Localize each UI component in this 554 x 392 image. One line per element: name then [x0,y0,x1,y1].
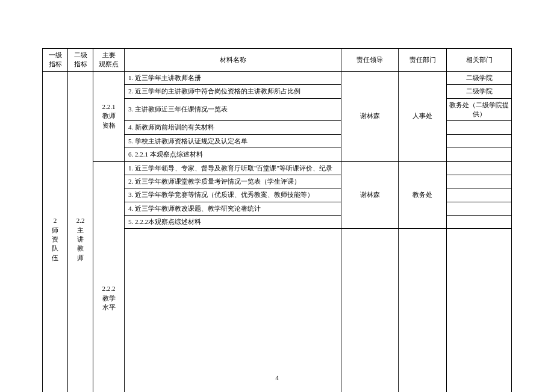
material2-5: 5. 2.2.2本观察点综述材料 [128,218,201,225]
material1-2: 2. 近三学年的主讲教师中符合岗位资格的主讲教师所占比例 [128,87,300,95]
evaluation-table: 一级指标 二级指标 主要观察点 材料名称 责任领导 责任部门 相关部门 2 师 … [42,48,512,392]
material2-3: 3. 近三学年教学竞赛等情况（优质课、优秀教案、教师技能等） [128,191,314,198]
level1-cell: 2 师 资 队伍 [43,71,68,392]
obs2-code: 2.2.2 [102,285,116,292]
header-related: 相关部门 [447,49,512,72]
header-level1-text: 一级指标 [49,51,62,67]
header-department-text: 责任部门 [409,56,436,63]
related-empty [447,188,512,202]
header-level2-text: 二级指标 [74,51,87,67]
material-cell: 1. 近三学年领导、专家、督导及教育厅听取"百堂课"等听课评价、纪录 [125,161,341,175]
dept2-text: 教务处 [412,191,432,198]
level1-label1: 师 资 [52,226,58,243]
material-cell: 3. 近三学年教学竞赛等情况（优质课、优秀教案、教师技能等） [125,188,341,202]
material1-5: 5. 学校主讲教师资格认证规定及认定名单 [128,137,247,145]
related3-text: 教务处（二级学院提供） [449,101,509,117]
leader2-text: 谢林森 [360,191,380,198]
dept1-cell: 人事处 [399,71,447,161]
header-observation-text: 主要观察点 [99,51,119,67]
level2-code: 2.2 [76,217,85,224]
material-cell: 2. 近三学年教师课堂教学质量考评情况一览表（学生评课） [125,175,341,188]
material-cell: 5. 学校主讲教师资格认证规定及认定名单 [125,134,341,148]
table-row: 2 师 资 队伍 2.2 主 讲 教师 2.2.1 教师 资格 1. 近三学年主… [43,71,512,84]
related-empty [447,175,512,188]
header-material: 材料名称 [125,49,341,72]
leader1-text: 谢林森 [360,112,380,119]
obs1-label2: 资格 [102,122,116,129]
level1-label2: 队伍 [52,244,58,261]
related-empty [447,121,512,134]
level2-label2: 教师 [77,244,84,261]
header-department: 责任部门 [399,49,447,72]
related2-text: 二级学院 [466,87,493,95]
related-empty [447,202,512,215]
related-empty [447,148,512,161]
obs1-cell: 2.2.1 教师 资格 [93,71,125,161]
related-empty [447,216,512,229]
material-cell: 5. 2.2.2本观察点综述材料 [125,216,341,229]
obs2-label1: 教学 [102,294,116,302]
related2-cell: 二级学院 [447,85,512,98]
header-leader-text: 责任领导 [356,56,383,63]
material1-4: 4. 新教师岗前培训的有关材料 [128,123,214,131]
obs2-cell: 2.2.2 教学 水平 [93,161,125,392]
related-empty [447,161,512,175]
header-level2: 二级指标 [68,49,93,72]
material-cell: 1. 近三学年主讲教师名册 [125,71,341,84]
material-cell: 6. 2.2.1 本观察点综述材料 [125,148,341,161]
page-number-text: 4 [275,374,279,381]
material-cell: 4. 新教师岗前培训的有关材料 [125,121,341,134]
level2-label1: 主 讲 [77,226,84,243]
leader2-cell: 谢林森 [341,161,399,229]
empty-leader [341,229,399,392]
related-empty [447,134,512,148]
header-material-text: 材料名称 [220,56,246,63]
leader1-cell: 谢林森 [341,71,399,161]
level1-code: 2 [54,217,57,224]
related3-cell: 教务处（二级学院提供） [447,98,512,121]
header-observation: 主要观察点 [93,49,125,72]
material-cell: 2. 近三学年的主讲教师中符合岗位资格的主讲教师所占比例 [125,85,341,98]
material2-2: 2. 近三学年教师课堂教学质量考评情况一览表（学生评课） [128,178,300,185]
header-level1: 一级指标 [43,49,68,72]
level2-cell: 2.2 主 讲 教师 [68,71,93,392]
page-number: 4 [0,374,554,381]
obs1-label1: 教师 [102,112,116,119]
material2-4: 4. 近三学年教师教改课题、教学研究论著统计 [128,205,261,212]
empty-dept [399,229,447,392]
material1-6: 6. 2.2.1 本观察点综述材料 [128,151,203,158]
empty-related [447,229,512,392]
table-row: 2.2.2 教学 水平 1. 近三学年领导、专家、督导及教育厅听取"百堂课"等听… [43,161,512,175]
header-related-text: 相关部门 [466,56,493,63]
header-row: 一级指标 二级指标 主要观察点 材料名称 责任领导 责任部门 相关部门 [43,49,512,72]
material2-1: 1. 近三学年领导、专家、督导及教育厅听取"百堂课"等听课评价、纪录 [128,164,332,172]
header-leader: 责任领导 [341,49,399,72]
material1-3: 3. 主讲教师近三年任课情况一览表 [128,105,228,113]
obs2-label2: 水平 [102,303,116,311]
related1-text: 二级学院 [466,74,493,81]
empty-material [125,229,341,392]
dept2-cell: 教务处 [399,161,447,229]
related1-cell: 二级学院 [447,71,512,84]
obs1-code: 2.2.1 [102,103,116,110]
material-cell: 3. 主讲教师近三年任课情况一览表 [125,98,341,121]
dept1-text: 人事处 [412,112,432,119]
material1-1: 1. 近三学年主讲教师名册 [128,74,201,81]
material-cell: 4. 近三学年教师教改课题、教学研究论著统计 [125,202,341,215]
